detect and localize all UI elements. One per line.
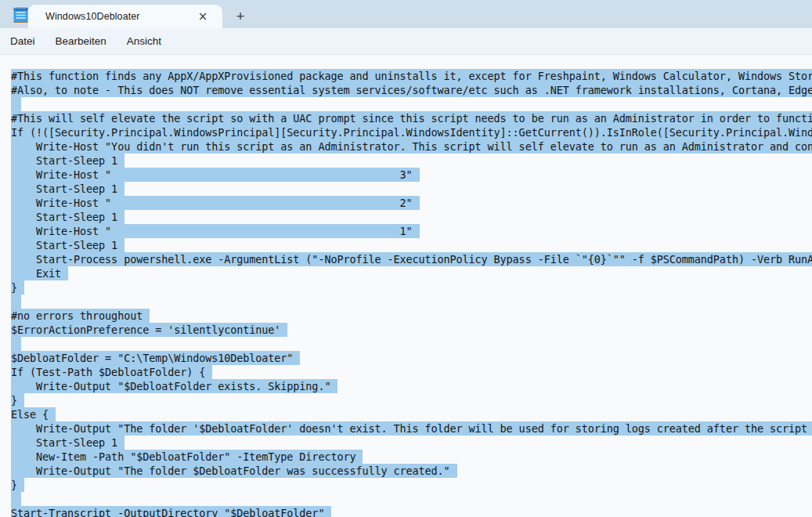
code-line[interactable]: Start-Sleep 1 xyxy=(11,238,812,252)
tab-title: Windows10Debloater xyxy=(45,11,140,22)
selected-text: #Also, to note - This does NOT remove es… xyxy=(11,83,812,97)
selected-text: $DebloatFolder = "C:\Temp\Windows10Deblo… xyxy=(11,351,300,365)
code-line[interactable]: Start-Sleep 1 xyxy=(11,182,812,196)
selected-text: } xyxy=(11,478,24,492)
selected-text: If (Test-Path $DebloatFolder) { xyxy=(11,365,212,379)
code-line[interactable]: } xyxy=(11,478,812,492)
code-line[interactable]: Start-Transcript -OutputDirectory "$Debl… xyxy=(11,506,812,517)
selected-text: Start-Process powershell.exe -ArgumentLi… xyxy=(11,252,812,266)
selected-text: If (!([Security.Principal.WindowsPrincip… xyxy=(11,125,812,139)
selected-text: Start-Sleep 1 xyxy=(11,436,125,450)
selected-text: New-Item -Path "$DebloatFolder" -ItemTyp… xyxy=(11,450,363,464)
code-line[interactable] xyxy=(11,337,812,351)
selected-text: Start-Sleep 1 xyxy=(11,154,125,168)
selected-text: Write-Output "The folder $DebloatFolder … xyxy=(11,464,457,478)
code-line[interactable]: Write-Output "$DebloatFolder exists. Ski… xyxy=(11,379,812,393)
selected-text: #no errors throughout xyxy=(11,309,150,323)
menu-bar: Datei Bearbeiten Ansicht xyxy=(0,28,812,55)
code-line[interactable]: #This will self elevate the script so wi… xyxy=(11,111,812,125)
menu-datei[interactable]: Datei xyxy=(0,28,45,55)
code-line[interactable]: Start-Process powershell.exe -ArgumentLi… xyxy=(11,252,812,266)
selected-text: Exit xyxy=(11,266,68,280)
code-line[interactable]: Write-Host " 3" xyxy=(11,168,812,182)
code-line[interactable]: If (Test-Path $DebloatFolder) { xyxy=(11,365,812,379)
code-line[interactable]: Start-Sleep 1 xyxy=(11,210,812,224)
code-line[interactable]: Start-Sleep 1 xyxy=(11,154,812,168)
code-line[interactable]: If (!([Security.Principal.WindowsPrincip… xyxy=(11,125,812,139)
code-line[interactable] xyxy=(11,492,812,506)
menu-ansicht[interactable]: Ansicht xyxy=(117,28,171,55)
menu-bearbeiten[interactable]: Bearbeiten xyxy=(45,28,117,55)
selected-text: Write-Host "You didn't run this script a… xyxy=(11,139,812,154)
notepad-window: Windows10Debloater × + Datei Bearbeiten … xyxy=(0,0,812,517)
selected-text: Else { xyxy=(11,407,56,421)
selected-text: } xyxy=(11,393,24,407)
code-line[interactable]: Write-Host " 1" xyxy=(11,224,812,238)
selected-text: Write-Host " 2" xyxy=(11,196,420,210)
notepad-app-icon xyxy=(13,5,29,24)
tab-strip: Windows10Debloater × + xyxy=(0,0,812,28)
code-line[interactable]: Exit xyxy=(11,266,812,280)
code-line[interactable]: } xyxy=(11,393,812,407)
code-line[interactable]: Start-Sleep 1 xyxy=(11,436,812,450)
selected-text xyxy=(11,492,21,506)
selected-text: Write-Host " 3" xyxy=(11,168,420,182)
selected-text: } xyxy=(11,280,24,295)
selected-text: #This function finds any AppX/AppXProvis… xyxy=(11,69,812,83)
selected-text: #This will self elevate the script so wi… xyxy=(11,111,812,125)
code-line[interactable] xyxy=(11,295,812,309)
code-line[interactable]: Write-Host " 2" xyxy=(11,196,812,210)
selected-text: $ErrorActionPreference = 'silentlycontin… xyxy=(11,323,287,337)
new-tab-icon[interactable]: + xyxy=(230,6,251,27)
selected-text: Start-Sleep 1 xyxy=(11,210,125,224)
selected-text xyxy=(11,295,21,309)
tab-windows10debloater[interactable]: Windows10Debloater × xyxy=(28,5,222,28)
code-line[interactable]: Write-Output "The folder $DebloatFolder … xyxy=(11,464,812,478)
selected-text: Start-Sleep 1 xyxy=(11,238,125,252)
code-line[interactable]: Write-Output "The folder '$DebloatFolder… xyxy=(11,421,812,436)
code-line[interactable]: $ErrorActionPreference = 'silentlycontin… xyxy=(11,323,812,337)
tab-close-icon[interactable]: × xyxy=(194,8,211,25)
code-line[interactable] xyxy=(11,97,812,111)
selected-text: Start-Transcript -OutputDirectory "$Debl… xyxy=(11,506,331,517)
selected-text: Write-Output "The folder '$DebloatFolder… xyxy=(11,421,812,436)
code-line[interactable]: Else { xyxy=(11,407,812,421)
code-line[interactable]: } xyxy=(11,280,812,295)
selected-text: Start-Sleep 1 xyxy=(11,182,125,196)
selected-text: Write-Host " 1" xyxy=(11,224,420,238)
selected-text: Write-Output "$DebloatFolder exists. Ski… xyxy=(11,379,337,393)
code-line[interactable]: Write-Host "You didn't run this script a… xyxy=(11,139,812,154)
code-line[interactable]: #no errors throughout xyxy=(11,309,812,323)
selected-text xyxy=(11,337,21,351)
code-line[interactable]: #Also, to note - This does NOT remove es… xyxy=(11,83,812,97)
code-line[interactable]: $DebloatFolder = "C:\Temp\Windows10Deblo… xyxy=(11,351,812,365)
editor[interactable]: #This function finds any AppX/AppXProvis… xyxy=(0,56,812,517)
selected-text xyxy=(11,97,21,111)
code-line[interactable]: #This function finds any AppX/AppXProvis… xyxy=(11,69,812,83)
code-line[interactable]: New-Item -Path "$DebloatFolder" -ItemTyp… xyxy=(11,450,812,464)
